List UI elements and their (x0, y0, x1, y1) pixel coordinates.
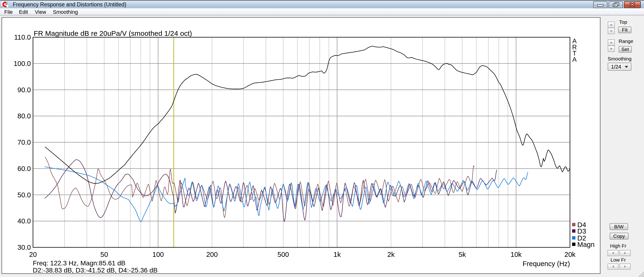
svg-text:20k: 20k (564, 251, 576, 258)
svg-text:D2:-38.83 dB, D3:-41.52 dB, D4: D2:-38.83 dB, D3:-41.52 dB, D4:-25.36 dB (33, 267, 158, 274)
svg-text:Frequency (Hz): Frequency (Hz) (522, 260, 570, 268)
svg-text:50: 50 (100, 251, 108, 258)
svg-text:D3: D3 (577, 228, 586, 235)
svg-text:1k: 1k (334, 251, 341, 258)
svg-text:70.0: 70.0 (18, 138, 31, 146)
svg-text:80.0: 80.0 (18, 112, 31, 120)
svg-text:Freq: 122.3 Hz, Magn:85.61 dB: Freq: 122.3 Hz, Magn:85.61 dB (33, 260, 126, 267)
svg-text:50.0: 50.0 (18, 191, 31, 199)
svg-text:10k: 10k (511, 251, 522, 258)
svg-text:Magn: Magn (577, 241, 595, 248)
svg-text:100: 100 (152, 251, 164, 258)
svg-text:40.0: 40.0 (18, 217, 31, 225)
svg-text:20: 20 (29, 251, 37, 258)
svg-text:110.0: 110.0 (14, 33, 31, 41)
svg-text:FR Magnitude dB re 20uPa/V (sm: FR Magnitude dB re 20uPa/V (smoothed 1/2… (34, 29, 192, 37)
svg-text:90.0: 90.0 (18, 86, 31, 94)
svg-text:A: A (572, 56, 576, 63)
svg-text:2k: 2k (387, 251, 394, 258)
svg-text:5k: 5k (459, 251, 466, 258)
svg-text:200: 200 (206, 251, 218, 258)
svg-text:30.0: 30.0 (18, 244, 31, 251)
svg-text:500: 500 (278, 251, 289, 258)
svg-text:60.0: 60.0 (18, 165, 31, 172)
svg-text:100.0: 100.0 (14, 60, 31, 67)
